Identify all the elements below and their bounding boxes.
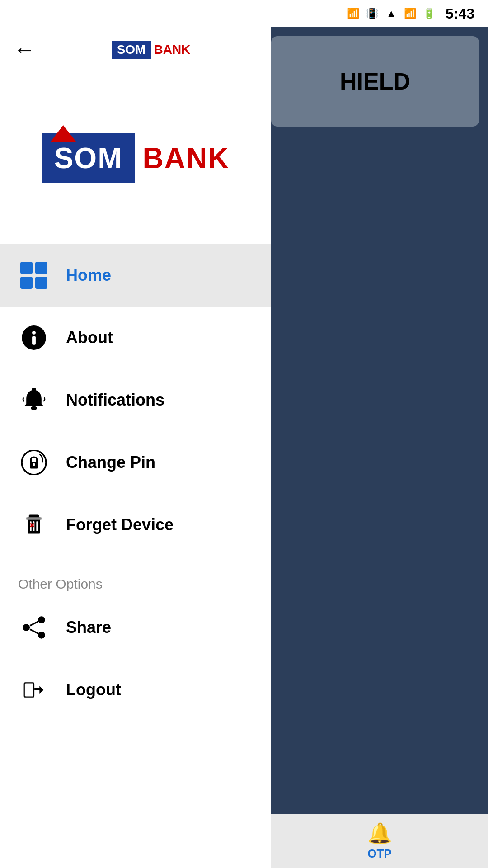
sidebar-item-notifications[interactable]: Notifications bbox=[0, 369, 271, 431]
svg-rect-11 bbox=[26, 517, 42, 520]
status-icons: 📶 📳 ▲ 📶 🔋 bbox=[346, 6, 436, 21]
share-label: Share bbox=[66, 618, 111, 637]
other-options-label: Other Options bbox=[0, 566, 271, 596]
otp-label: OTP bbox=[367, 847, 391, 861]
svg-point-4 bbox=[31, 406, 37, 410]
svg-point-1 bbox=[32, 331, 36, 335]
svg-rect-2 bbox=[32, 336, 36, 345]
drawer-header: ← SOM BANK bbox=[0, 27, 271, 72]
otp-bar[interactable]: 🔔 OTP bbox=[271, 814, 488, 868]
svg-point-18 bbox=[23, 624, 30, 631]
about-label: About bbox=[66, 328, 113, 347]
nfc-icon: 📶 bbox=[346, 6, 361, 21]
logo-flag-triangle bbox=[51, 125, 76, 142]
lock-icon bbox=[18, 447, 50, 478]
header-som: SOM bbox=[112, 41, 151, 59]
svg-point-17 bbox=[38, 616, 45, 623]
change-pin-label: Change Pin bbox=[66, 453, 155, 472]
section-divider bbox=[0, 561, 271, 561]
back-button[interactable]: ← bbox=[14, 37, 35, 62]
home-icon bbox=[18, 259, 50, 291]
status-bar: 📶 📳 ▲ 📶 🔋 5:43 bbox=[0, 0, 488, 27]
right-panel: HIELD 🔔 OTP bbox=[271, 27, 488, 868]
header-logo: SOM BANK bbox=[44, 41, 258, 59]
drawer: ← SOM BANK SOM BANK bbox=[0, 27, 271, 868]
sidebar-item-change-pin[interactable]: Change Pin bbox=[0, 431, 271, 494]
status-time: 5:43 bbox=[446, 5, 474, 22]
forget-device-label: Forget Device bbox=[66, 515, 174, 534]
share-icon bbox=[18, 612, 50, 643]
wifi-icon: ▲ bbox=[384, 6, 399, 21]
shield-text: HIELD bbox=[340, 68, 410, 95]
logout-icon bbox=[18, 674, 50, 706]
sidebar-item-share[interactable]: Share bbox=[0, 596, 271, 659]
delete-icon bbox=[18, 509, 50, 541]
svg-line-20 bbox=[30, 622, 38, 626]
drawer-logo-area: SOM BANK bbox=[0, 72, 271, 244]
sidebar-item-about[interactable]: About bbox=[0, 307, 271, 369]
drawer-logo-bank-text: BANK bbox=[142, 142, 230, 175]
svg-marker-24 bbox=[39, 686, 43, 694]
battery-icon: 🔋 bbox=[422, 6, 436, 21]
bell-icon bbox=[18, 384, 50, 416]
logout-label: Logout bbox=[66, 680, 121, 699]
svg-point-7 bbox=[33, 463, 35, 466]
vibrate-icon: 📳 bbox=[365, 6, 380, 21]
menu-items: Home About bbox=[0, 244, 271, 868]
shield-card: HIELD bbox=[271, 36, 479, 127]
header-bank: BANK bbox=[154, 42, 190, 57]
svg-rect-3 bbox=[32, 388, 36, 392]
svg-point-19 bbox=[38, 632, 45, 639]
main-layout: ← SOM BANK SOM BANK bbox=[0, 27, 488, 868]
home-label: Home bbox=[66, 266, 111, 285]
sidebar-item-forget-device[interactable]: Forget Device bbox=[0, 494, 271, 556]
svg-marker-8 bbox=[42, 461, 43, 463]
svg-line-21 bbox=[30, 629, 38, 633]
otp-bell-icon: 🔔 bbox=[367, 821, 392, 845]
drawer-logo: SOM BANK bbox=[42, 133, 230, 183]
drawer-logo-som-text: SOM bbox=[54, 142, 123, 175]
sidebar-item-logout[interactable]: Logout bbox=[0, 659, 271, 721]
sidebar-item-home[interactable]: Home bbox=[0, 244, 271, 307]
notifications-label: Notifications bbox=[66, 391, 164, 410]
svg-rect-23 bbox=[25, 683, 33, 696]
drawer-logo-som-box: SOM bbox=[42, 133, 136, 183]
info-icon bbox=[18, 322, 50, 354]
signal-icon: 📶 bbox=[403, 6, 418, 21]
